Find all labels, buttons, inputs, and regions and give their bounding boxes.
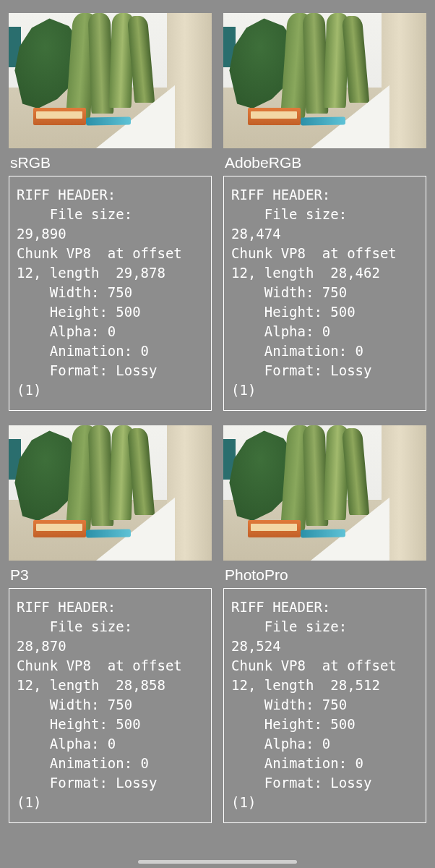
panel-photopro: PhotoPro RIFF HEADER: File size: 28,524 … (223, 425, 426, 823)
riff-info-box: RIFF HEADER: File size: 28,524 Chunk VP8… (223, 588, 426, 823)
riff-info-box: RIFF HEADER: File size: 28,870 Chunk VP8… (9, 588, 212, 823)
thumbnail-image (223, 13, 426, 148)
thumbnail-image (9, 425, 212, 561)
panel-title: P3 (9, 565, 212, 584)
panel-title: sRGB (9, 153, 212, 171)
panel-srgb: sRGB RIFF HEADER: File size: 29,890 Chun… (9, 13, 212, 411)
panel-title: AdobeRGB (223, 153, 426, 171)
panel-p3: P3 RIFF HEADER: File size: 28,870 Chunk … (9, 425, 212, 823)
thumbnail-image (223, 425, 426, 561)
riff-info-box: RIFF HEADER: File size: 29,890 Chunk VP8… (9, 176, 212, 411)
panel-title: PhotoPro (223, 565, 426, 584)
panel-adobergb: AdobeRGB RIFF HEADER: File size: 28,474 … (223, 13, 426, 411)
riff-info-box: RIFF HEADER: File size: 28,474 Chunk VP8… (223, 176, 426, 411)
home-indicator[interactable] (138, 860, 297, 864)
comparison-grid: sRGB RIFF HEADER: File size: 29,890 Chun… (0, 0, 435, 843)
thumbnail-image (9, 13, 212, 148)
